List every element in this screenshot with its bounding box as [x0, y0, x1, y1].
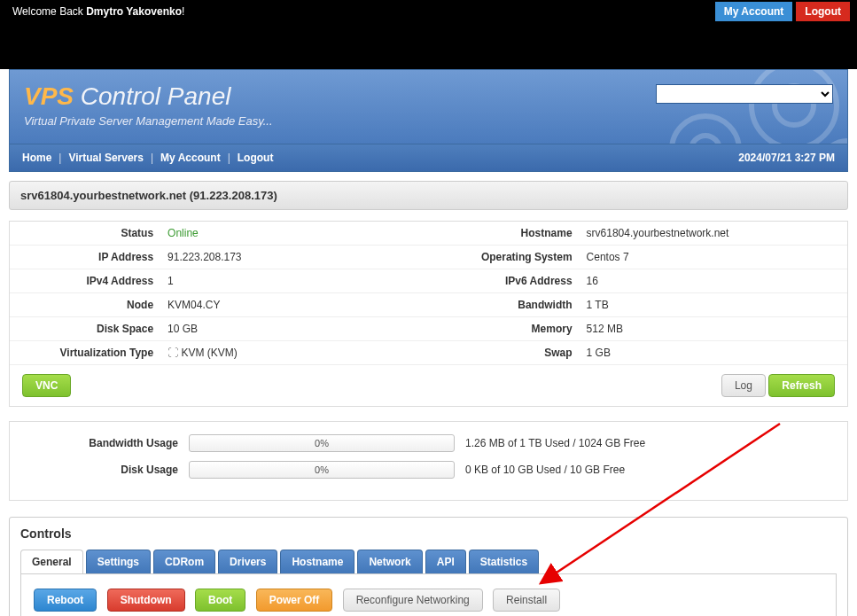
bandwidth-usage-row: Bandwidth Usage 0% 1.26 MB of 1 TB Used …: [19, 434, 838, 452]
reboot-button[interactable]: Reboot: [34, 589, 97, 612]
topbar-actions: My Account Logout: [715, 2, 850, 21]
welcome-prefix: Welcome Back: [12, 5, 86, 18]
poweroff-button[interactable]: Power Off: [256, 589, 333, 612]
vnc-button[interactable]: VNC: [22, 374, 71, 397]
label-ipv6: IPv6 Address: [428, 269, 579, 293]
label-os: Operating System: [428, 246, 579, 269]
navbar: Home | Virtual Servers | My Account | Lo…: [9, 144, 848, 172]
tabs-bar: General Settings CDRom Drivers Hostname …: [20, 550, 837, 574]
server-info-panel: Status Online Hostname srv61804.yourbest…: [9, 221, 848, 407]
value-status: Online: [160, 222, 428, 246]
disk-usage-bar: 0%: [189, 461, 455, 479]
nav-virtual-servers[interactable]: Virtual Servers: [68, 152, 144, 164]
server-title-bar: srv61804.yourbestnetwork.net (91.223.208…: [9, 181, 848, 210]
label-node: Node: [10, 293, 160, 317]
value-diskspace: 10 GB: [160, 317, 428, 341]
reconfigure-networking-button[interactable]: Reconfigure Networking: [343, 589, 483, 612]
label-memory: Memory: [428, 317, 579, 341]
title-rest: Control Panel: [74, 82, 230, 110]
usage-panel: Bandwidth Usage 0% 1.26 MB of 1 TB Used …: [9, 421, 848, 501]
nav-sep: |: [151, 152, 153, 164]
gear-decoration: [590, 69, 848, 144]
svg-point-2: [672, 116, 739, 144]
logout-button[interactable]: Logout: [796, 2, 850, 21]
label-virt: Virtualization Type: [10, 341, 160, 365]
bandwidth-usage-text: 1.26 MB of 1 TB Used / 1024 GB Free: [465, 437, 645, 449]
tab-api[interactable]: API: [425, 550, 466, 573]
tab-drivers[interactable]: Drivers: [218, 550, 277, 573]
nav-home[interactable]: Home: [22, 152, 51, 164]
shutdown-button[interactable]: Shutdown: [107, 589, 185, 612]
disk-usage-text: 0 KB of 10 GB Used / 10 GB Free: [465, 464, 625, 476]
disk-usage-row: Disk Usage 0% 0 KB of 10 GB Used / 10 GB…: [19, 461, 838, 479]
tab-hostname[interactable]: Hostname: [280, 550, 354, 573]
server-select-dropdown[interactable]: [656, 84, 833, 104]
value-hostname: srv61804.yourbestnetwork.net: [580, 222, 847, 246]
controls-panel: Controls General Settings CDRom Drivers …: [9, 517, 848, 616]
nav-my-account[interactable]: My Account: [160, 152, 221, 164]
datetime-display: 2024/07/21 3:27 PM: [738, 152, 835, 164]
bandwidth-usage-label: Bandwidth Usage: [19, 437, 178, 449]
nav-sep: |: [58, 152, 61, 164]
value-os: Centos 7: [580, 246, 847, 269]
topbar: Welcome Back Dmytro Yakovenko! My Accoun…: [0, 0, 857, 23]
bandwidth-usage-percent: 0%: [190, 435, 454, 451]
label-status: Status: [10, 222, 160, 246]
disk-usage-percent: 0%: [190, 462, 454, 478]
nav-sep: |: [228, 152, 230, 164]
reinstall-button[interactable]: Reinstall: [493, 589, 560, 612]
value-node: KVM04.CY: [160, 293, 428, 317]
boot-button[interactable]: Boot: [195, 589, 245, 612]
nav-logout[interactable]: Logout: [238, 152, 274, 164]
label-ip: IP Address: [10, 246, 160, 269]
value-ip: 91.223.208.173: [160, 246, 428, 269]
value-memory: 512 MB: [580, 317, 847, 341]
tab-settings[interactable]: Settings: [86, 550, 151, 573]
welcome-text: Welcome Back Dmytro Yakovenko!: [7, 5, 184, 18]
tab-cdrom[interactable]: CDRom: [153, 550, 215, 573]
tab-statistics[interactable]: Statistics: [469, 550, 539, 573]
bandwidth-usage-bar: 0%: [189, 434, 455, 452]
black-band: [0, 23, 857, 69]
title-vps: VPS: [24, 82, 74, 110]
label-ipv4: IPv4 Address: [10, 269, 160, 293]
svg-point-3: [691, 136, 720, 144]
value-ipv4: 1: [160, 269, 428, 293]
log-button[interactable]: Log: [721, 374, 766, 397]
exclaim: !: [182, 5, 184, 18]
svg-point-4: [821, 141, 848, 144]
tab-body-general: Reboot Shutdown Boot Power Off Reconfigu…: [20, 574, 837, 616]
navbar-links: Home | Virtual Servers | My Account | Lo…: [22, 152, 273, 164]
controls-title: Controls: [20, 526, 837, 541]
value-virt: ⛶ KVM (KVM): [160, 341, 428, 365]
header-panel: VPS Control Panel Virtual Private Server…: [9, 69, 848, 144]
label-swap: Swap: [428, 341, 579, 365]
action-row: VNC Log Refresh: [10, 365, 847, 406]
tab-general[interactable]: General: [20, 550, 83, 573]
user-name: Dmytro Yakovenko: [86, 5, 182, 18]
tab-network[interactable]: Network: [357, 550, 422, 573]
refresh-button[interactable]: Refresh: [768, 374, 835, 397]
server-info-table: Status Online Hostname srv61804.yourbest…: [10, 222, 847, 365]
label-bandwidth: Bandwidth: [428, 293, 579, 317]
value-virt-text: KVM (KVM): [181, 347, 237, 359]
value-ipv6: 16: [580, 269, 847, 293]
my-account-button[interactable]: My Account: [715, 2, 793, 21]
value-swap: 1 GB: [580, 341, 847, 365]
label-diskspace: Disk Space: [10, 317, 160, 341]
disk-usage-label: Disk Usage: [19, 464, 178, 476]
svg-point-0: [752, 69, 837, 144]
value-bandwidth: 1 TB: [580, 293, 847, 317]
label-hostname: Hostname: [428, 222, 579, 246]
